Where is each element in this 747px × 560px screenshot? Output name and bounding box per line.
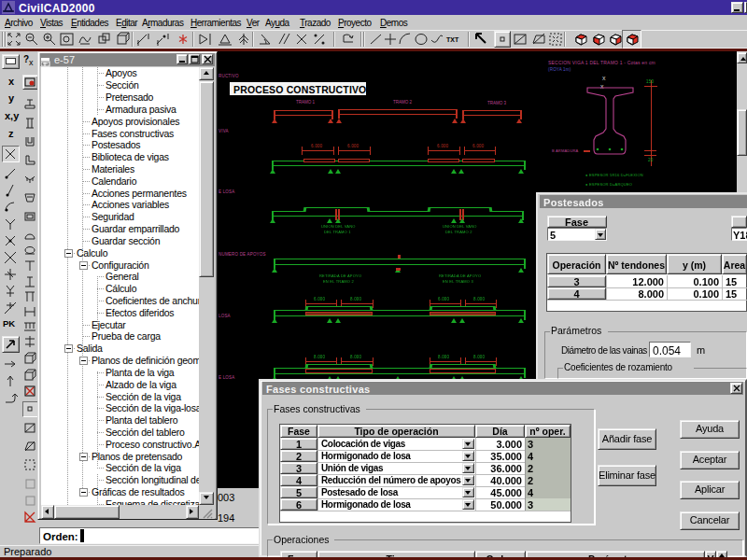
svg-text:TXT: TXT	[446, 36, 459, 43]
